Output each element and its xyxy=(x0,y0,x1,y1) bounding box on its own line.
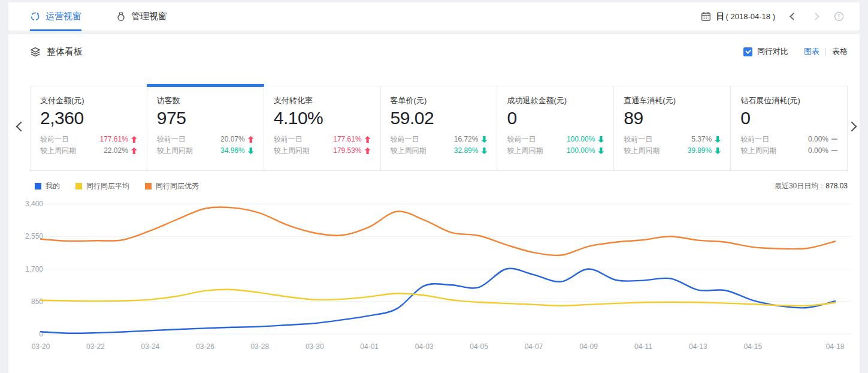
metric-card[interactable]: 支付转化率4.10%较前一日177.61%较上周同期179.53% xyxy=(264,86,380,170)
x-axis-label: 03-26 xyxy=(196,342,214,351)
comparison-value: 39.89% xyxy=(687,145,712,157)
chart-legend: 我的同行同层平均同行同层优秀 xyxy=(35,181,214,191)
sync-icon xyxy=(30,11,40,22)
down-arrow-icon xyxy=(481,136,487,143)
comparison-row: 较上周同期0.00% xyxy=(740,145,837,157)
comparison-value: 177.61% xyxy=(99,134,128,145)
metric-value: 89 xyxy=(624,107,721,130)
series-line-mine[interactable] xyxy=(41,269,835,333)
board-title: 整体看板 xyxy=(47,46,83,58)
comparison-value: 32.89% xyxy=(454,145,479,157)
comparison-label: 较前一日 xyxy=(40,134,69,145)
overview-panel: 整体看板 同行对比 图表 表格 支付金额(元)2,360较前一日177.61%较… xyxy=(8,34,860,373)
x-axis-label: 03-30 xyxy=(306,342,324,351)
metric-value: 2,360 xyxy=(40,107,137,130)
tab-management-view[interactable]: 管理视窗 xyxy=(116,2,167,31)
metric-card[interactable]: 客单价(元)59.02较前一日16.72%较上周同期32.89% xyxy=(380,86,497,170)
metric-value: 4.10% xyxy=(274,107,371,130)
table-view-link[interactable]: 表格 xyxy=(832,46,848,57)
comparison-label: 较前一日 xyxy=(624,134,652,145)
legend-item-peer-best[interactable]: 同行同层优秀 xyxy=(145,181,199,191)
comparison-label: 较上周同期 xyxy=(391,145,427,157)
comparison-value: 177.61% xyxy=(333,134,361,145)
tab-label: 管理视窗 xyxy=(131,11,167,22)
metric-label: 直通车消耗(元) xyxy=(624,95,721,106)
x-axis-label: 03-28 xyxy=(250,342,269,351)
comparison-row: 较前一日177.61% xyxy=(274,134,371,145)
metric-card[interactable]: 访客数975较前一日20.07%较上周同期34.96% xyxy=(147,86,264,170)
comparison-row: 较上周同期179.53% xyxy=(274,145,371,157)
chart-view-link[interactable]: 图表 xyxy=(804,46,819,57)
prev-date-button[interactable] xyxy=(790,13,797,20)
comparison-row: 较上周同期34.96% xyxy=(157,145,254,157)
comparison-row: 较上周同期39.89% xyxy=(624,145,721,157)
metric-value: 0 xyxy=(507,107,604,130)
up-arrow-icon xyxy=(131,136,137,143)
x-axis-label: 04-15 xyxy=(743,342,762,351)
info-icon[interactable] xyxy=(834,11,844,22)
date-range[interactable]: ( 2018-04-18 ) xyxy=(726,12,775,21)
up-arrow-icon xyxy=(365,136,371,143)
metric-label: 支付金额(元) xyxy=(40,95,137,106)
comparison-row: 较前一日100.00% xyxy=(507,134,604,145)
comparison-label: 较前一日 xyxy=(391,134,419,145)
comparison-value: 100.00% xyxy=(567,134,595,145)
metric-card[interactable]: 成功退款金额(元)0较前一日100.00%较上周同期100.00% xyxy=(497,86,613,170)
metric-value: 0 xyxy=(740,107,837,130)
trend-line-chart[interactable]: 08501,7002,5503,40003-2003-2203-2403-260… xyxy=(8,198,860,355)
x-axis-label: 04-13 xyxy=(689,342,707,351)
x-axis-label: 03-20 xyxy=(32,342,50,351)
metric-label: 支付转化率 xyxy=(274,95,371,106)
comparison-label: 较前一日 xyxy=(157,134,186,145)
x-axis-label: 04-01 xyxy=(360,342,379,351)
calendar-icon[interactable] xyxy=(701,11,711,22)
x-axis-label: 04-05 xyxy=(470,342,488,351)
metric-card[interactable]: 钻石展位消耗(元)0较前一日0.00%较上周同期0.00% xyxy=(730,86,847,170)
series-line-peer-best[interactable] xyxy=(41,207,835,255)
metric-cards-area: 支付金额(元)2,360较前一日177.61%较上周同期22.02%访客数975… xyxy=(30,86,848,171)
flat-dash-icon xyxy=(831,139,837,140)
legend-swatch xyxy=(75,183,82,189)
comparison-value: 0.00% xyxy=(808,134,828,145)
legend-item-peer-average[interactable]: 同行同层平均 xyxy=(75,181,129,191)
cards-scroll-left-chevron[interactable] xyxy=(16,122,26,132)
comparison-value: 179.53% xyxy=(333,145,361,157)
up-arrow-icon xyxy=(248,136,254,143)
comparison-row: 较前一日5.37% xyxy=(624,134,721,145)
view-tabs: 运营视窗管理视窗 xyxy=(8,2,202,31)
metric-comparisons: 较前一日5.37%较上周同期39.89% xyxy=(624,134,721,157)
moneybag-icon xyxy=(116,11,126,22)
comparison-label: 较上周同期 xyxy=(507,145,543,157)
comparison-value: 34.96% xyxy=(220,145,245,157)
down-arrow-icon xyxy=(481,148,487,154)
legend-swatch xyxy=(145,183,152,189)
next-date-button[interactable] xyxy=(812,13,819,20)
metric-comparisons: 较前一日177.61%较上周同期179.53% xyxy=(274,134,371,157)
comparison-row: 较前一日16.72% xyxy=(391,134,488,145)
series-line-peer-average[interactable] xyxy=(41,290,835,306)
metric-card[interactable]: 支付金额(元)2,360较前一日177.61%较上周同期22.02% xyxy=(31,86,147,170)
date-picker-area: 日 ( 2018-04-18 ) xyxy=(701,11,860,22)
metric-value: 59.02 xyxy=(391,107,488,130)
tab-label: 运营视窗 xyxy=(46,11,81,22)
metric-card[interactable]: 直通车消耗(元)89较前一日5.37%较上周同期39.89% xyxy=(613,86,730,170)
comparison-label: 较上周同期 xyxy=(157,145,193,157)
layers-icon xyxy=(30,47,41,57)
comparison-label: 较上周同期 xyxy=(624,145,660,157)
metric-label: 客单价(元) xyxy=(391,95,488,106)
cards-scroll-right-chevron[interactable] xyxy=(847,122,857,132)
legend-item-mine[interactable]: 我的 xyxy=(35,181,60,191)
avg-30d-value: 878.03 xyxy=(825,182,848,190)
date-granularity[interactable]: 日 xyxy=(716,11,725,22)
comparison-row: 较前一日177.61% xyxy=(40,134,137,145)
up-arrow-icon xyxy=(131,148,137,154)
avg-30d-note: 最近30日日均：878.03 xyxy=(775,181,848,191)
peer-compare-checkbox[interactable] xyxy=(743,47,752,56)
peer-compare-label[interactable]: 同行对比 xyxy=(757,46,788,57)
x-axis-label: 03-24 xyxy=(141,342,160,351)
tab-operations-view[interactable]: 运营视窗 xyxy=(30,2,81,31)
x-axis-label: 03-22 xyxy=(86,342,105,351)
comparison-value: 100.00% xyxy=(567,145,595,157)
comparison-label: 较前一日 xyxy=(274,134,303,145)
comparison-value: 22.02% xyxy=(104,145,128,157)
